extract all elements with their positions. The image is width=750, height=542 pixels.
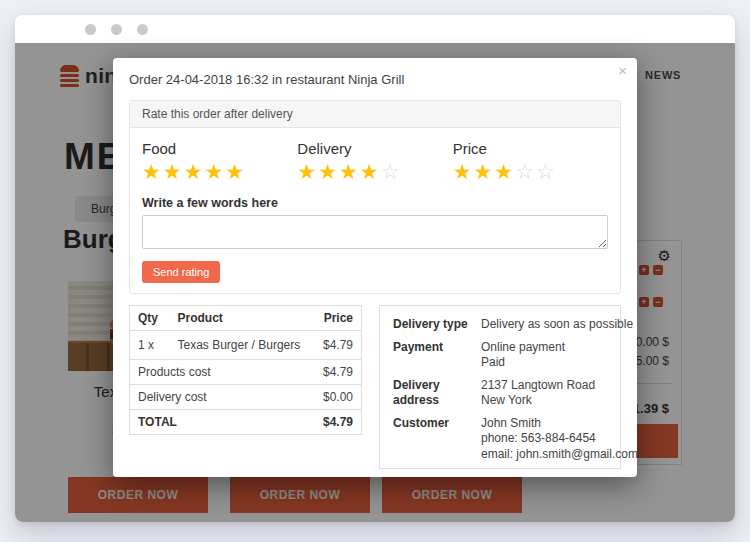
rating-category-food: Food★★★★★ [142,140,297,184]
window-dot-icon [85,24,96,35]
rating-columns: Food★★★★★Delivery★★★★☆Price★★★☆☆ [142,140,608,184]
star-empty-icons: ☆☆ [515,160,557,183]
modal-title: Order 24-04-2018 16:32 in restaurant Nin… [113,58,637,94]
star-filled-icons: ★★★ [453,160,515,183]
comment-label: Write a few words here [142,196,608,210]
column-header: Product [170,306,314,331]
total-value: $4.79 [313,410,361,435]
star-empty-icons: ☆ [381,160,402,183]
order-details-box: Delivery typeDelivery as soon as possibl… [379,305,621,469]
screenshot-stage: nin NEWS MENU Burgers Burgers Texas Burg… [0,0,750,542]
rating-category-label: Delivery [297,140,452,157]
table-row: 1 xTexas Burger / Burgers$4.79 [130,331,362,360]
order-items-table: QtyProductPrice1 xTexas Burger / Burgers… [129,305,362,435]
summary-label: Products cost [130,360,314,385]
total-row: TOTAL$4.79 [130,410,362,435]
summary-value: $0.00 [313,385,361,410]
star-filled-icons: ★★★★ [297,160,380,183]
detail-value: 2137 Langtown RoadNew York [481,378,595,409]
send-rating-button[interactable]: Send rating [142,261,220,283]
comment-textarea[interactable] [142,215,608,249]
rating-panel: Rate this order after delivery Food★★★★★… [129,100,621,294]
summary-value: $4.79 [313,360,361,385]
detail-value: Delivery as soon as possible [481,317,633,333]
order-summary-section: QtyProductPrice1 xTexas Burger / Burgers… [129,305,621,469]
summary-label: Delivery cost [130,385,314,410]
detail-label: Payment [393,340,481,371]
column-header: Qty [130,306,170,331]
detail-value: Online paymentPaid [481,340,565,371]
rating-category-price: Price★★★☆☆ [453,140,608,184]
browser-titlebar [15,15,735,43]
detail-label: Customer [393,416,481,463]
rating-panel-body: Food★★★★★Delivery★★★★☆Price★★★☆☆ Write a… [130,128,620,293]
close-icon[interactable]: × [618,62,627,79]
detail-label: Delivery address [393,378,481,409]
detail-row: Delivery typeDelivery as soon as possibl… [393,317,607,333]
order-modal: × Order 24-04-2018 16:32 in restaurant N… [113,58,637,477]
detail-value: John Smithphone: 563-884-6454email: john… [481,416,638,463]
rating-category-label: Price [453,140,608,157]
rating-category-delivery: Delivery★★★★☆ [297,140,452,184]
window-dot-icon [137,24,148,35]
item-product: Texas Burger / Burgers [170,331,314,360]
window-dot-icon [111,24,122,35]
rating-panel-heading: Rate this order after delivery [130,101,620,128]
star-rating-widget[interactable]: ★★★★★ [142,160,297,184]
rating-category-label: Food [142,140,297,157]
table-header-row: QtyProductPrice [130,306,362,331]
item-qty: 1 x [130,331,170,360]
item-price: $4.79 [313,331,361,360]
star-rating-widget[interactable]: ★★★☆☆ [453,160,608,184]
column-header: Price [313,306,361,331]
detail-row: Delivery address2137 Langtown RoadNew Yo… [393,378,607,409]
total-label: TOTAL [130,410,314,435]
detail-row: CustomerJohn Smithphone: 563-884-6454ema… [393,416,607,463]
summary-row: Delivery cost$0.00 [130,385,362,410]
summary-row: Products cost$4.79 [130,360,362,385]
star-filled-icons: ★★★★★ [142,160,246,183]
detail-row: PaymentOnline paymentPaid [393,340,607,371]
star-rating-widget[interactable]: ★★★★☆ [297,160,452,184]
detail-label: Delivery type [393,317,481,333]
